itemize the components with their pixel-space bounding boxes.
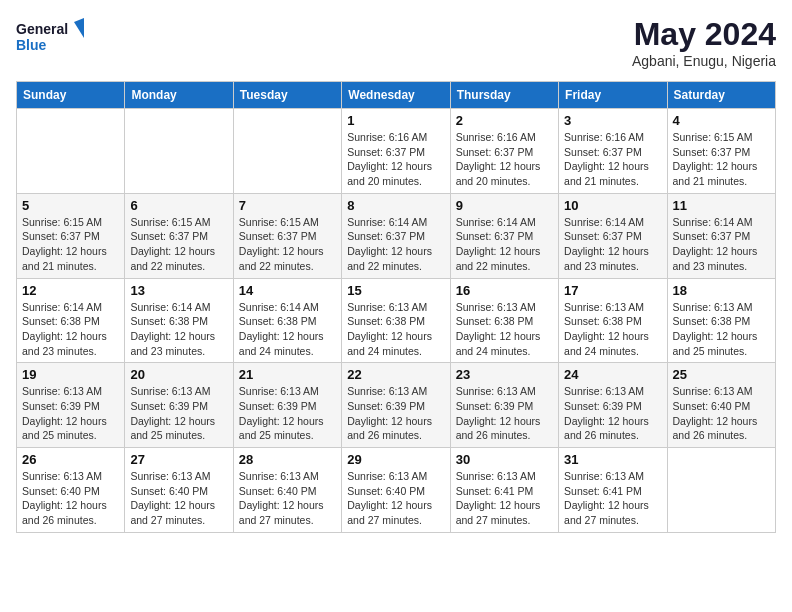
day-number: 9 (456, 198, 553, 213)
day-number: 28 (239, 452, 336, 467)
day-number: 31 (564, 452, 661, 467)
day-cell: 25Sunrise: 6:13 AMSunset: 6:40 PMDayligh… (667, 363, 775, 448)
day-info: Sunrise: 6:13 AMSunset: 6:40 PMDaylight:… (673, 384, 770, 443)
day-info: Sunrise: 6:13 AMSunset: 6:39 PMDaylight:… (22, 384, 119, 443)
day-number: 8 (347, 198, 444, 213)
day-info: Sunrise: 6:15 AMSunset: 6:37 PMDaylight:… (130, 215, 227, 274)
day-cell: 24Sunrise: 6:13 AMSunset: 6:39 PMDayligh… (559, 363, 667, 448)
day-cell: 11Sunrise: 6:14 AMSunset: 6:37 PMDayligh… (667, 193, 775, 278)
week-row-3: 12Sunrise: 6:14 AMSunset: 6:38 PMDayligh… (17, 278, 776, 363)
day-info: Sunrise: 6:13 AMSunset: 6:38 PMDaylight:… (673, 300, 770, 359)
calendar: SundayMondayTuesdayWednesdayThursdayFrid… (16, 81, 776, 533)
weekday-header-tuesday: Tuesday (233, 82, 341, 109)
day-info: Sunrise: 6:13 AMSunset: 6:38 PMDaylight:… (347, 300, 444, 359)
day-cell: 22Sunrise: 6:13 AMSunset: 6:39 PMDayligh… (342, 363, 450, 448)
day-info: Sunrise: 6:13 AMSunset: 6:39 PMDaylight:… (347, 384, 444, 443)
svg-marker-2 (74, 18, 84, 38)
day-info: Sunrise: 6:14 AMSunset: 6:38 PMDaylight:… (22, 300, 119, 359)
weekday-header-monday: Monday (125, 82, 233, 109)
day-cell: 8Sunrise: 6:14 AMSunset: 6:37 PMDaylight… (342, 193, 450, 278)
weekday-header-saturday: Saturday (667, 82, 775, 109)
day-info: Sunrise: 6:16 AMSunset: 6:37 PMDaylight:… (564, 130, 661, 189)
day-cell (125, 109, 233, 194)
day-number: 19 (22, 367, 119, 382)
day-info: Sunrise: 6:16 AMSunset: 6:37 PMDaylight:… (347, 130, 444, 189)
day-info: Sunrise: 6:13 AMSunset: 6:39 PMDaylight:… (239, 384, 336, 443)
day-cell: 31Sunrise: 6:13 AMSunset: 6:41 PMDayligh… (559, 448, 667, 533)
day-number: 11 (673, 198, 770, 213)
weekday-header-row: SundayMondayTuesdayWednesdayThursdayFrid… (17, 82, 776, 109)
day-cell: 30Sunrise: 6:13 AMSunset: 6:41 PMDayligh… (450, 448, 558, 533)
day-cell: 14Sunrise: 6:14 AMSunset: 6:38 PMDayligh… (233, 278, 341, 363)
day-info: Sunrise: 6:16 AMSunset: 6:37 PMDaylight:… (456, 130, 553, 189)
day-info: Sunrise: 6:13 AMSunset: 6:39 PMDaylight:… (130, 384, 227, 443)
day-cell: 4Sunrise: 6:15 AMSunset: 6:37 PMDaylight… (667, 109, 775, 194)
day-number: 21 (239, 367, 336, 382)
day-number: 10 (564, 198, 661, 213)
day-info: Sunrise: 6:13 AMSunset: 6:39 PMDaylight:… (456, 384, 553, 443)
day-cell (667, 448, 775, 533)
day-cell: 12Sunrise: 6:14 AMSunset: 6:38 PMDayligh… (17, 278, 125, 363)
weekday-header-wednesday: Wednesday (342, 82, 450, 109)
day-cell: 10Sunrise: 6:14 AMSunset: 6:37 PMDayligh… (559, 193, 667, 278)
day-cell: 20Sunrise: 6:13 AMSunset: 6:39 PMDayligh… (125, 363, 233, 448)
svg-text:General: General (16, 21, 68, 37)
page-header: General Blue May 2024 Agbani, Enugu, Nig… (16, 16, 776, 69)
svg-text:Blue: Blue (16, 37, 47, 53)
day-number: 4 (673, 113, 770, 128)
day-number: 14 (239, 283, 336, 298)
weekday-header-sunday: Sunday (17, 82, 125, 109)
day-number: 29 (347, 452, 444, 467)
day-number: 7 (239, 198, 336, 213)
day-number: 26 (22, 452, 119, 467)
day-info: Sunrise: 6:13 AMSunset: 6:41 PMDaylight:… (456, 469, 553, 528)
weekday-header-thursday: Thursday (450, 82, 558, 109)
day-cell: 21Sunrise: 6:13 AMSunset: 6:39 PMDayligh… (233, 363, 341, 448)
day-info: Sunrise: 6:13 AMSunset: 6:38 PMDaylight:… (456, 300, 553, 359)
day-cell: 2Sunrise: 6:16 AMSunset: 6:37 PMDaylight… (450, 109, 558, 194)
day-info: Sunrise: 6:14 AMSunset: 6:38 PMDaylight:… (239, 300, 336, 359)
day-number: 25 (673, 367, 770, 382)
title-block: May 2024 Agbani, Enugu, Nigeria (632, 16, 776, 69)
day-number: 15 (347, 283, 444, 298)
weekday-header-friday: Friday (559, 82, 667, 109)
day-info: Sunrise: 6:15 AMSunset: 6:37 PMDaylight:… (239, 215, 336, 274)
day-cell: 26Sunrise: 6:13 AMSunset: 6:40 PMDayligh… (17, 448, 125, 533)
day-number: 12 (22, 283, 119, 298)
day-info: Sunrise: 6:14 AMSunset: 6:37 PMDaylight:… (564, 215, 661, 274)
month-title: May 2024 (632, 16, 776, 53)
week-row-2: 5Sunrise: 6:15 AMSunset: 6:37 PMDaylight… (17, 193, 776, 278)
day-number: 5 (22, 198, 119, 213)
day-cell: 28Sunrise: 6:13 AMSunset: 6:40 PMDayligh… (233, 448, 341, 533)
day-number: 3 (564, 113, 661, 128)
day-cell: 23Sunrise: 6:13 AMSunset: 6:39 PMDayligh… (450, 363, 558, 448)
day-number: 2 (456, 113, 553, 128)
day-number: 17 (564, 283, 661, 298)
day-info: Sunrise: 6:13 AMSunset: 6:40 PMDaylight:… (130, 469, 227, 528)
day-cell: 13Sunrise: 6:14 AMSunset: 6:38 PMDayligh… (125, 278, 233, 363)
week-row-5: 26Sunrise: 6:13 AMSunset: 6:40 PMDayligh… (17, 448, 776, 533)
day-cell (233, 109, 341, 194)
day-cell: 7Sunrise: 6:15 AMSunset: 6:37 PMDaylight… (233, 193, 341, 278)
day-info: Sunrise: 6:13 AMSunset: 6:38 PMDaylight:… (564, 300, 661, 359)
day-cell: 16Sunrise: 6:13 AMSunset: 6:38 PMDayligh… (450, 278, 558, 363)
day-number: 24 (564, 367, 661, 382)
day-info: Sunrise: 6:14 AMSunset: 6:37 PMDaylight:… (673, 215, 770, 274)
day-cell: 27Sunrise: 6:13 AMSunset: 6:40 PMDayligh… (125, 448, 233, 533)
day-number: 20 (130, 367, 227, 382)
day-info: Sunrise: 6:13 AMSunset: 6:41 PMDaylight:… (564, 469, 661, 528)
day-cell: 9Sunrise: 6:14 AMSunset: 6:37 PMDaylight… (450, 193, 558, 278)
logo: General Blue (16, 16, 86, 56)
day-info: Sunrise: 6:13 AMSunset: 6:40 PMDaylight:… (239, 469, 336, 528)
day-number: 23 (456, 367, 553, 382)
day-number: 6 (130, 198, 227, 213)
day-number: 18 (673, 283, 770, 298)
day-number: 13 (130, 283, 227, 298)
day-info: Sunrise: 6:14 AMSunset: 6:37 PMDaylight:… (456, 215, 553, 274)
day-cell: 29Sunrise: 6:13 AMSunset: 6:40 PMDayligh… (342, 448, 450, 533)
day-cell: 6Sunrise: 6:15 AMSunset: 6:37 PMDaylight… (125, 193, 233, 278)
day-info: Sunrise: 6:14 AMSunset: 6:37 PMDaylight:… (347, 215, 444, 274)
logo-svg: General Blue (16, 16, 86, 56)
day-cell: 5Sunrise: 6:15 AMSunset: 6:37 PMDaylight… (17, 193, 125, 278)
day-info: Sunrise: 6:14 AMSunset: 6:38 PMDaylight:… (130, 300, 227, 359)
